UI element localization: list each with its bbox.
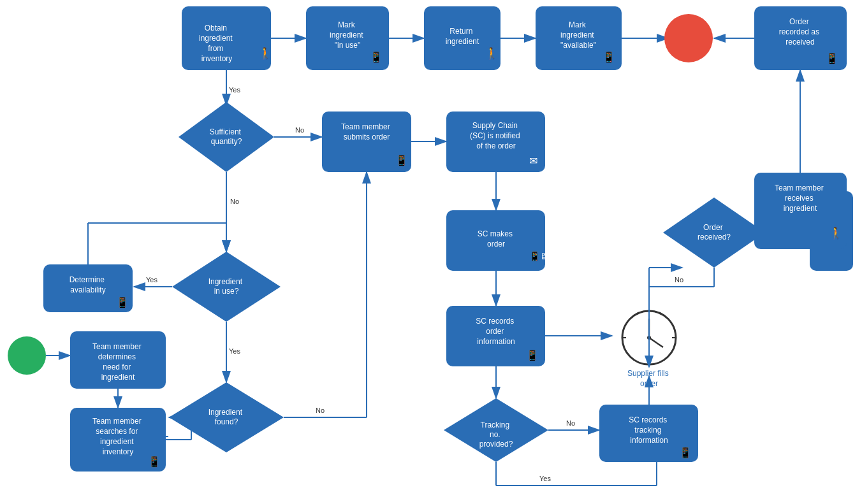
sc-records-tracking-text: SC records tracking information — [629, 415, 669, 445]
sufficient-qty-text: Sufficient quantity? — [210, 127, 244, 146]
diagram-container: Obtain ingredient from inventory 🚶 Mark … — [0, 0, 862, 504]
label-no-suff: No — [230, 198, 239, 205]
phone-icon-markinuse: 📱 — [370, 51, 383, 63]
phone-icon-searches: 📱 — [148, 456, 161, 468]
label-yes-inuse-bottom: Yes — [229, 347, 240, 355]
start-green-circle — [8, 336, 46, 375]
sc-notified-text: Supply Chain (SC) is notified of the ord… — [470, 121, 522, 150]
label-yes-tracking: Yes — [539, 475, 551, 482]
label-no-sufficient: No — [295, 126, 304, 134]
label-yes-inuse: Yes — [146, 276, 157, 284]
phone-icon-sctracking: 📱 — [679, 447, 692, 459]
phone-icon-determine: 📱 — [116, 296, 129, 308]
phone-icon-orderrecorded: 📱 — [826, 52, 838, 64]
label-no-tracking: No — [566, 419, 575, 427]
walk-icon-obtain: 🚶 — [258, 47, 273, 61]
walk-icon-return: 🚶 — [485, 47, 499, 61]
label-yes-obtain: Yes — [229, 86, 240, 94]
device-icon-scmakes: 📱🖥 — [529, 251, 549, 262]
phone-icon-submits: 📱 — [395, 154, 408, 166]
walk-icon-receives: 🚶 — [829, 226, 844, 240]
label-no-found: No — [316, 407, 325, 414]
end-red-circle — [664, 14, 713, 62]
envelope-icon-sc: ✉ — [529, 155, 537, 166]
flowchart: Obtain ingredient from inventory 🚶 Mark … — [0, 0, 862, 504]
phone-icon-markavail: 📱 — [603, 51, 615, 63]
phone-icon-screcords: 📱 — [526, 349, 539, 361]
label-no-orderreceived: No — [675, 276, 683, 284]
